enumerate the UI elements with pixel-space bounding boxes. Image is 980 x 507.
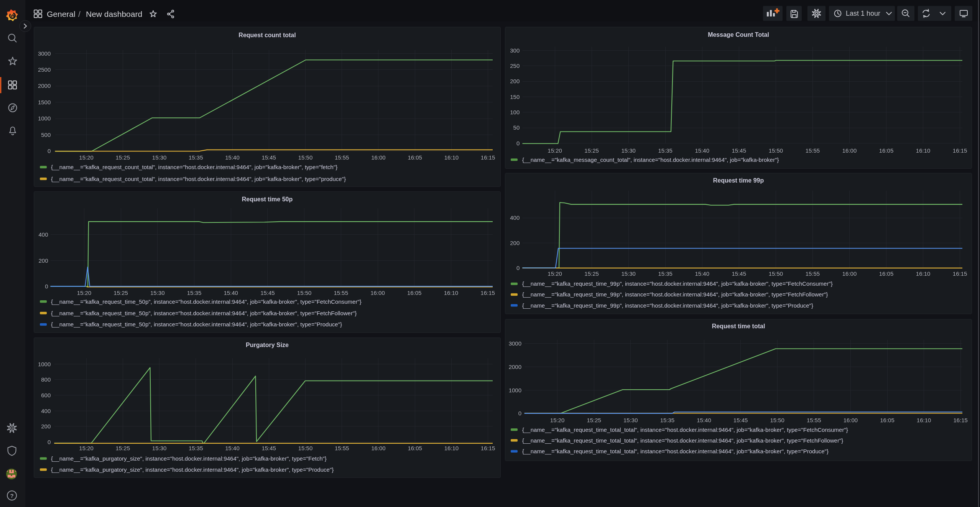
svg-text:?: ? xyxy=(10,492,13,499)
svg-text:/: / xyxy=(78,10,81,18)
svg-text:Last 1 hour: Last 1 hour xyxy=(846,10,880,17)
svg-text:General: General xyxy=(47,10,76,18)
svg-text:New dashboard: New dashboard xyxy=(86,10,142,18)
